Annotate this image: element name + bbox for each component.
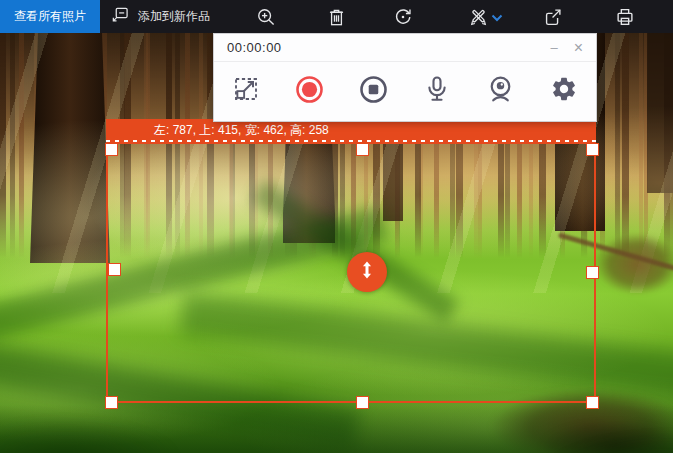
edit-button[interactable] (467, 6, 489, 28)
add-to-album-icon (110, 5, 130, 28)
resize-handle-bottom-middle[interactable] (356, 396, 369, 409)
settings-button[interactable] (532, 62, 596, 120)
close-button[interactable]: × (574, 40, 583, 56)
vertical-resize-button[interactable] (347, 252, 387, 292)
photo-decor-vignette (540, 433, 673, 453)
microphone-icon (422, 74, 452, 108)
screen-recorder-panel: 00:00:00 – × (213, 33, 597, 122)
recorder-button-row (214, 62, 596, 120)
add-to-album-label: 添加到新作品 (138, 8, 210, 25)
zoom-button[interactable] (255, 6, 277, 28)
select-region-button[interactable] (214, 62, 278, 120)
webcam-button[interactable] (469, 62, 533, 120)
selection-info-bar: 左: 787, 上: 415, 宽: 462, 高: 258 (106, 119, 596, 142)
resize-handle-bottom-left[interactable] (105, 396, 118, 409)
resize-vertical-icon (356, 258, 378, 286)
webcam-icon (485, 74, 516, 109)
record-icon (294, 74, 325, 109)
view-all-photos-label: 查看所有照片 (14, 8, 86, 25)
resize-handle-middle-right[interactable] (586, 266, 599, 279)
microphone-button[interactable] (405, 62, 469, 120)
select-region-icon (231, 74, 261, 108)
photo-decor-vignette (0, 418, 180, 453)
resize-handle-top-right[interactable] (586, 143, 599, 156)
photos-app-toolbar: 查看所有照片 添加到新作品 (0, 0, 673, 33)
app-window: 左: 787, 上: 415, 宽: 462, 高: 258 查看所有照片 (0, 0, 673, 453)
print-button[interactable] (614, 6, 636, 28)
add-to-new-album-button[interactable]: 添加到新作品 (110, 5, 210, 28)
resize-handle-bottom-right[interactable] (586, 396, 599, 409)
recorder-titlebar[interactable]: 00:00:00 – × (214, 34, 596, 62)
share-button[interactable] (542, 6, 564, 28)
rotate-button[interactable] (392, 6, 414, 28)
recording-timer: 00:00:00 (227, 40, 282, 55)
settings-gear-icon (550, 75, 578, 107)
resize-handle-top-middle[interactable] (356, 143, 369, 156)
edit-dropdown-chevron-icon[interactable] (490, 11, 504, 25)
selection-info-text: 左: 787, 上: 415, 宽: 462, 高: 258 (154, 123, 329, 137)
selection-dashed-edge (106, 140, 596, 142)
resize-handle-top-left[interactable] (105, 143, 118, 156)
window-controls: – × (550, 40, 583, 56)
delete-button[interactable] (325, 6, 347, 28)
view-all-photos-button[interactable]: 查看所有照片 (0, 0, 100, 33)
stop-button[interactable] (341, 62, 405, 120)
record-button[interactable] (278, 62, 342, 120)
stop-icon (358, 74, 389, 109)
minimize-button[interactable]: – (550, 41, 557, 54)
resize-handle-middle-left[interactable] (108, 263, 121, 276)
